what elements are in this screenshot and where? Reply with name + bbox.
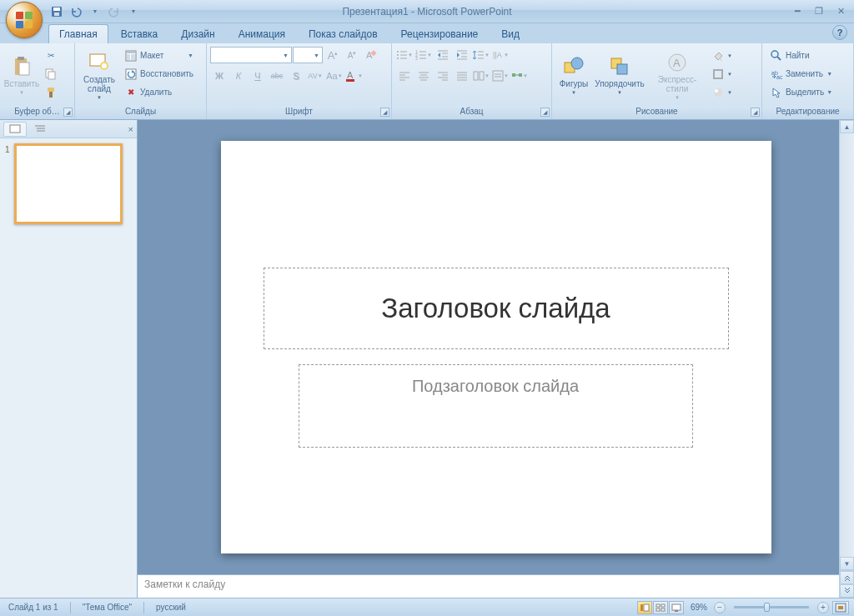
outline-tab[interactable] (28, 122, 52, 137)
numbering-button[interactable]: 123▼ (414, 46, 433, 64)
slideshow-view-button[interactable] (669, 601, 684, 614)
clipboard-launcher[interactable]: ◢ (63, 108, 73, 117)
layout-button[interactable]: Макет▼ (122, 47, 196, 64)
editor-area: Заголовок слайда Подзаголовок слайда ▲ ▼… (138, 120, 854, 598)
select-button[interactable]: Выделить▼ (767, 83, 835, 101)
tab-slideshow[interactable]: Показ слайдов (298, 24, 389, 43)
thumbs-close-button[interactable]: × (128, 124, 133, 134)
shape-effects-button[interactable]: ▼ (709, 83, 735, 101)
scroll-up-button[interactable]: ▲ (840, 120, 854, 133)
quick-styles-button[interactable]: A Экспресс-стили▼ (647, 46, 707, 106)
qat-undo-button[interactable] (68, 3, 84, 20)
shape-fill-button[interactable]: ▼ (709, 47, 735, 64)
normal-view-button[interactable] (637, 601, 652, 614)
arrange-button[interactable]: Упорядочить▼ (592, 46, 647, 106)
columns-button[interactable]: ▼ (472, 67, 490, 85)
subtitle-placeholder[interactable]: Подзаголовок слайда (299, 364, 693, 448)
align-center-button[interactable] (414, 67, 433, 85)
align-right-button[interactable] (434, 67, 452, 85)
tab-animation[interactable]: Анимация (228, 24, 296, 43)
shapes-button[interactable]: Фигуры▼ (555, 46, 592, 106)
decrease-indent-button[interactable] (434, 46, 452, 64)
align-text-icon (492, 70, 504, 82)
align-text-button[interactable]: ▼ (491, 67, 510, 85)
shrink-font-button[interactable]: A▾ (343, 46, 361, 64)
title-bar: ▼ ▼ Презентация1 - Microsoft PowerPoint … (0, 0, 854, 23)
tab-home[interactable]: Главная (48, 24, 108, 43)
svg-rect-16 (131, 54, 135, 60)
slides-tab[interactable] (3, 122, 27, 137)
paste-button[interactable]: Вставить ▼ (3, 46, 40, 106)
font-color-button[interactable]: A▼ (344, 67, 363, 85)
underline-button[interactable]: Ч (249, 67, 267, 85)
bullets-button[interactable]: ▼ (395, 46, 414, 64)
convert-smartart-button[interactable]: ▼ (510, 67, 529, 85)
justify-button[interactable] (453, 67, 471, 85)
zoom-slider[interactable] (734, 606, 809, 608)
delete-slide-button[interactable]: ✖Удалить (122, 83, 196, 101)
char-spacing-button[interactable]: AV▼ (306, 67, 324, 85)
restore-button[interactable]: ❐ (811, 5, 827, 18)
clear-format-button[interactable]: A (362, 46, 380, 64)
format-painter-button[interactable] (42, 83, 60, 101)
close-button[interactable]: ✕ (832, 5, 849, 18)
font-name-combo[interactable]: ▼ (210, 47, 292, 63)
qat-customize-button[interactable]: ▼ (125, 3, 142, 20)
copy-button[interactable] (42, 65, 60, 83)
line-spacing-button[interactable]: ▼ (472, 46, 490, 64)
shadow-button[interactable]: S (287, 67, 305, 85)
grow-font-button[interactable]: A▴ (324, 46, 342, 64)
strike-icon: abc (271, 72, 284, 80)
svg-text:ac: ac (776, 74, 782, 80)
fit-to-window-button[interactable] (832, 601, 849, 614)
title-placeholder[interactable]: Заголовок слайда (264, 268, 729, 349)
view-buttons (637, 601, 684, 614)
font-launcher[interactable]: ◢ (380, 108, 389, 117)
italic-button[interactable]: К (229, 67, 248, 85)
svg-rect-62 (474, 72, 478, 80)
align-left-button[interactable] (395, 67, 414, 85)
help-button[interactable]: ? (832, 25, 847, 40)
vertical-scrollbar[interactable]: ▲ ▼ (839, 120, 854, 598)
zoom-out-button[interactable]: − (714, 602, 726, 613)
shape-outline-button[interactable]: ▼ (709, 65, 735, 83)
drawing-launcher[interactable]: ◢ (751, 108, 760, 117)
status-language[interactable]: русский (153, 603, 189, 612)
zoom-in-button[interactable]: + (817, 602, 829, 613)
tab-view[interactable]: Вид (490, 24, 530, 43)
cut-button[interactable]: ✂ (42, 47, 60, 64)
scroll-track[interactable] (840, 133, 854, 557)
zoom-thumb[interactable] (764, 603, 770, 612)
paragraph-launcher[interactable]: ◢ (540, 108, 550, 117)
tab-insert[interactable]: Вставка (110, 24, 169, 43)
slide-area[interactable]: Заголовок слайда Подзаголовок слайда (138, 120, 854, 574)
notes-pane[interactable]: Заметки к слайду (138, 574, 839, 598)
scroll-down-button[interactable]: ▼ (840, 557, 854, 570)
change-case-button[interactable]: Aa▼ (325, 67, 344, 85)
qat-undo-dropdown[interactable]: ▼ (87, 3, 103, 20)
qat-save-button[interactable] (48, 3, 65, 20)
slide-canvas[interactable]: Заголовок слайда Подзаголовок слайда (221, 141, 771, 553)
new-slide-button[interactable]: Создать слайд ▼ (78, 46, 120, 106)
office-button[interactable] (6, 2, 43, 38)
shapes-icon (563, 56, 585, 78)
strike-button[interactable]: abc (268, 67, 286, 85)
font-size-combo[interactable]: ▼ (293, 47, 323, 63)
next-slide-button[interactable] (840, 584, 854, 598)
qat-redo-button[interactable] (106, 3, 123, 20)
increase-indent-button[interactable] (453, 46, 471, 64)
group-paragraph-label: Абзац◢ (392, 106, 551, 119)
svg-text:3: 3 (415, 56, 418, 61)
tab-design[interactable]: Дизайн (170, 24, 225, 43)
prev-slide-button[interactable] (840, 571, 854, 584)
replace-button[interactable]: abacЗаменить▼ (767, 65, 835, 83)
minimize-button[interactable]: ━ (789, 5, 806, 18)
bold-button[interactable]: Ж (210, 67, 229, 85)
thumbnail-slide-1[interactable] (14, 143, 123, 224)
sorter-view-button[interactable] (653, 601, 668, 614)
tab-review[interactable]: Рецензирование (390, 24, 490, 43)
reset-button[interactable]: Восстановить (122, 65, 196, 83)
find-button[interactable]: Найти (767, 47, 835, 64)
zoom-percent[interactable]: 69% (687, 603, 711, 612)
text-direction-button[interactable]: ||A▼ (491, 46, 510, 64)
